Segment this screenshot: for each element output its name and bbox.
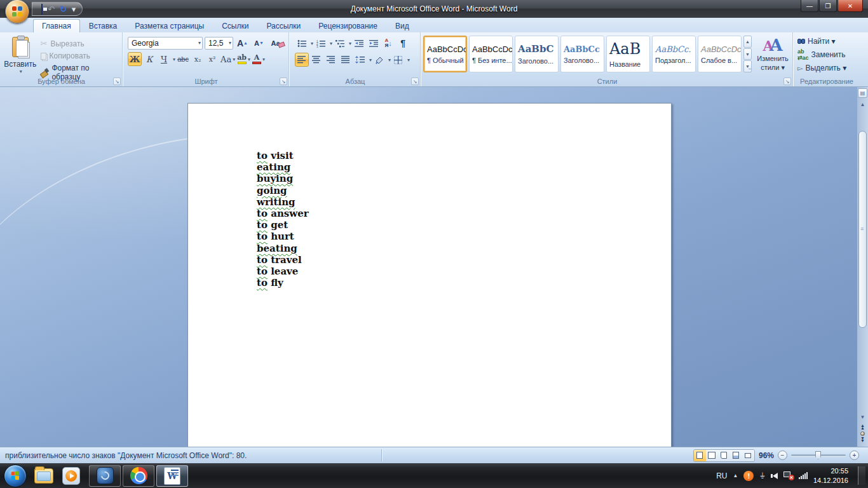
hidden-icons-button[interactable]: ▲ xyxy=(733,473,738,478)
subscript-button[interactable]: x₂ xyxy=(191,52,205,66)
align-left-button[interactable] xyxy=(295,53,309,67)
clipboard-dialog-launcher[interactable]: ↘ xyxy=(113,78,121,85)
sort-button[interactable]: АЯ↓ xyxy=(381,36,395,50)
increase-indent-button[interactable] xyxy=(367,36,381,50)
action-center-warning-icon[interactable]: ! xyxy=(743,471,754,481)
justify-button[interactable] xyxy=(339,53,353,67)
next-page-button[interactable]: ▼▼ xyxy=(860,437,865,443)
ribbon-tab[interactable]: Рецензирование xyxy=(309,19,386,32)
font-color-button[interactable]: A ▾ xyxy=(252,52,266,66)
highlight-button[interactable]: ab ▾ xyxy=(236,52,251,66)
power-plug-icon[interactable]: ⏚ xyxy=(759,471,765,480)
ribbon-tab[interactable]: Главная xyxy=(33,19,80,32)
web-layout-view-button[interactable] xyxy=(718,450,730,461)
decrease-indent-button[interactable] xyxy=(352,36,366,50)
close-button[interactable]: ✕ xyxy=(837,0,863,12)
explorer-taskbar-button[interactable] xyxy=(34,468,53,484)
redo-button[interactable]: ↻ xyxy=(60,5,67,13)
word-taskbar-button[interactable]: W xyxy=(156,465,188,487)
previous-page-button[interactable]: ▲▲ xyxy=(860,424,865,430)
bold-button[interactable]: Ж xyxy=(128,52,142,66)
zoom-level[interactable]: 96% xyxy=(759,451,774,460)
browse-object-button[interactable] xyxy=(860,431,865,436)
document-text[interactable]: to visiteatingbuyinggoingwritingto answe… xyxy=(257,150,309,288)
zoom-slider[interactable] xyxy=(791,454,846,456)
ribbon-tab[interactable]: Вид xyxy=(386,19,418,32)
shrink-font-button[interactable]: A▼ xyxy=(252,36,266,50)
shading-button[interactable] xyxy=(372,53,386,67)
superscript-button[interactable]: x² xyxy=(205,52,219,66)
clear-formatting-button[interactable]: Aa xyxy=(268,36,283,50)
replace-button[interactable]: ab⇄ac Заменить xyxy=(797,48,860,61)
font-family-combo[interactable]: Georgia▾ xyxy=(128,37,203,50)
style-card[interactable]: AaBНазвание xyxy=(606,36,650,72)
network-icon[interactable]: ✕ xyxy=(783,471,793,480)
draft-view-button[interactable] xyxy=(742,450,754,461)
styles-scroll-down-button[interactable]: ▼ xyxy=(743,48,752,60)
scrollbar-track[interactable] xyxy=(858,109,867,412)
style-card[interactable]: AaBbCcЗаголово... xyxy=(560,36,604,72)
styles-dialog-launcher[interactable]: ↘ xyxy=(783,78,791,85)
zoom-in-button[interactable]: + xyxy=(850,451,859,460)
borders-button[interactable] xyxy=(391,53,405,67)
find-button[interactable]: Найти ▾ xyxy=(797,37,860,46)
cut-button[interactable]: ✂ Вырезать xyxy=(39,38,122,49)
ruler-toggle-button[interactable]: ▤ xyxy=(858,88,867,98)
grow-font-button[interactable]: A▲ xyxy=(235,36,250,50)
undo-button[interactable]: ↶ xyxy=(48,5,55,13)
copy-button[interactable]: Копировать xyxy=(39,51,122,61)
start-button[interactable] xyxy=(4,464,27,487)
scrollbar-thumb[interactable] xyxy=(858,131,867,328)
font-size-combo[interactable]: 12,5▾ xyxy=(205,37,233,50)
restore-button[interactable]: ❐ xyxy=(819,0,837,12)
clock[interactable]: 20:55 14.12.2016 xyxy=(813,466,852,485)
underline-button[interactable]: Ч xyxy=(157,52,171,66)
font-dialog-launcher[interactable]: ↘ xyxy=(280,78,287,85)
align-center-button[interactable] xyxy=(309,53,323,67)
style-card[interactable]: AaBbCc.Подзагол... xyxy=(652,36,696,72)
video-player-taskbar-button[interactable] xyxy=(89,465,121,487)
ribbon-tab[interactable]: Разметка страницы xyxy=(126,19,213,32)
zoom-out-button[interactable]: − xyxy=(778,451,787,460)
show-marks-button[interactable]: ¶ xyxy=(396,36,410,50)
office-button[interactable] xyxy=(5,0,29,24)
paste-button[interactable]: Вставить ▾ xyxy=(2,34,39,76)
media-player-taskbar-button[interactable] xyxy=(62,467,80,485)
italic-button[interactable]: К xyxy=(142,52,156,66)
style-card[interactable]: AaBbCcDc¶ Обычный xyxy=(423,36,467,72)
show-desktop-button[interactable] xyxy=(858,466,865,485)
print-layout-view-button[interactable] xyxy=(694,450,706,461)
line-spacing-button[interactable] xyxy=(353,53,367,67)
ribbon-tab[interactable]: Вставка xyxy=(80,19,126,32)
align-right-button[interactable] xyxy=(324,53,338,67)
save-button[interactable] xyxy=(41,5,43,13)
style-card[interactable]: AaBbCcDсСлабое в... xyxy=(698,36,742,72)
document-page[interactable]: to visiteatingbuyinggoingwritingto answe… xyxy=(187,103,672,447)
outline-view-button[interactable] xyxy=(730,450,742,461)
select-button[interactable]: ▻ Выделить ▾ xyxy=(797,64,860,72)
scroll-up-arrow[interactable]: ▲ xyxy=(860,100,865,109)
zoom-slider-thumb[interactable] xyxy=(815,451,821,459)
paragraph-dialog-launcher[interactable]: ↘ xyxy=(411,78,419,85)
change-case-button[interactable]: Aa▾ xyxy=(220,52,236,66)
minimize-button[interactable]: — xyxy=(801,0,818,12)
signal-bars-icon[interactable] xyxy=(799,472,808,479)
qat-customize-button[interactable]: ▾ xyxy=(72,5,76,13)
styles-more-button[interactable]: ▼̲ xyxy=(743,60,752,72)
fullscreen-reading-view-button[interactable] xyxy=(706,450,718,461)
numbering-button[interactable]: 123 xyxy=(314,36,328,50)
multilevel-list-button[interactable] xyxy=(333,36,347,50)
scroll-down-arrow[interactable]: ▼ xyxy=(860,413,865,422)
ribbon-tab[interactable]: Рассылки xyxy=(257,19,309,32)
volume-icon[interactable] xyxy=(771,473,778,479)
chrome-taskbar-button[interactable] xyxy=(123,465,154,487)
strikethrough-button[interactable]: abc xyxy=(176,52,190,66)
style-card[interactable]: AaBbCcDc¶ Без инте... xyxy=(469,36,513,72)
style-card[interactable]: AaBbCЗаголово... xyxy=(515,36,559,72)
vertical-scrollbar[interactable]: ▤ ▲ ▼ ▲▲ ▼▼ xyxy=(857,87,868,447)
ribbon-tab[interactable]: Ссылки xyxy=(213,19,257,32)
change-styles-button[interactable]: AA Изменить стили ▾ xyxy=(754,36,792,72)
paste-dropdown-arrow[interactable]: ▾ xyxy=(20,69,22,74)
language-indicator[interactable]: RU xyxy=(716,471,727,480)
bullets-button[interactable] xyxy=(295,36,309,50)
